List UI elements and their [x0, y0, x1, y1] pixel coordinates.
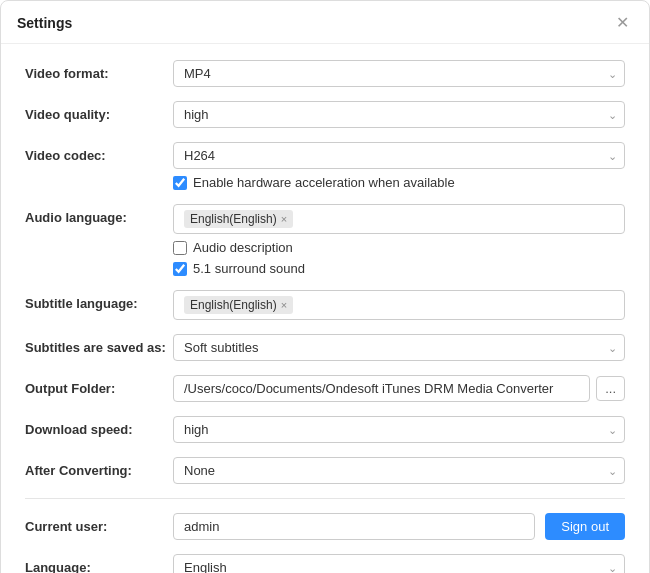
language-label: Language:	[25, 554, 173, 573]
audio-description-checkbox[interactable]	[173, 241, 187, 255]
after-converting-select-wrapper: None Open folder Shutdown ⌄	[173, 457, 625, 484]
subtitle-language-tag-text: English(English)	[190, 298, 277, 312]
output-folder-input[interactable]	[173, 375, 590, 402]
download-speed-select-wrapper: high medium low ⌄	[173, 416, 625, 443]
hardware-accel-row: Enable hardware acceleration when availa…	[173, 175, 625, 190]
video-quality-row: Video quality: high medium low ⌄	[25, 101, 625, 128]
after-converting-row: After Converting: None Open folder Shutd…	[25, 457, 625, 484]
video-quality-select[interactable]: high medium low	[173, 101, 625, 128]
subtitles-saved-as-select[interactable]: Soft subtitles Hard subtitles None	[173, 334, 625, 361]
surround-sound-checkbox[interactable]	[173, 262, 187, 276]
audio-language-tag-remove[interactable]: ×	[281, 213, 287, 225]
surround-sound-row: 5.1 surround sound	[173, 261, 625, 276]
audio-language-label: Audio language:	[25, 204, 173, 225]
subtitle-language-tag-remove[interactable]: ×	[281, 299, 287, 311]
divider	[25, 498, 625, 499]
language-select-wrapper: English Chinese French German Japanese ⌄	[173, 554, 625, 573]
video-format-select[interactable]: MP4 MKV MOV AVI	[173, 60, 625, 87]
output-folder-row: Output Folder: ...	[25, 375, 625, 402]
video-format-row: Video format: MP4 MKV MOV AVI ⌄	[25, 60, 625, 87]
audio-language-tag-text: English(English)	[190, 212, 277, 226]
language-select[interactable]: English Chinese French German Japanese	[173, 554, 625, 573]
subtitle-language-tag: English(English) ×	[184, 296, 293, 314]
video-quality-label: Video quality:	[25, 101, 173, 122]
download-speed-label: Download speed:	[25, 416, 173, 437]
after-converting-select[interactable]: None Open folder Shutdown	[173, 457, 625, 484]
window-title: Settings	[17, 15, 72, 31]
download-speed-row: Download speed: high medium low ⌄	[25, 416, 625, 443]
audio-language-control: English(English) × Audio description 5.1…	[173, 204, 625, 276]
close-button[interactable]: ✕	[612, 13, 633, 33]
language-row: Language: English Chinese French German …	[25, 554, 625, 573]
audio-checkboxes: Audio description 5.1 surround sound	[173, 240, 625, 276]
subtitles-saved-as-row: Subtitles are saved as: Soft subtitles H…	[25, 334, 625, 361]
subtitles-saved-as-control: Soft subtitles Hard subtitles None ⌄	[173, 334, 625, 361]
language-control: English Chinese French German Japanese ⌄	[173, 554, 625, 573]
current-user-control: Sign out	[173, 513, 625, 540]
audio-language-row: Audio language: English(English) × Audio…	[25, 204, 625, 276]
output-folder-input-row: ...	[173, 375, 625, 402]
current-user-label: Current user:	[25, 513, 173, 534]
subtitle-language-label: Subtitle language:	[25, 290, 173, 311]
current-user-input[interactable]	[173, 513, 535, 540]
video-format-label: Video format:	[25, 60, 173, 81]
video-format-control: MP4 MKV MOV AVI ⌄	[173, 60, 625, 87]
subtitle-language-row: Subtitle language: English(English) ×	[25, 290, 625, 320]
settings-window: Settings ✕ Video format: MP4 MKV MOV AVI…	[0, 0, 650, 573]
sign-out-button[interactable]: Sign out	[545, 513, 625, 540]
after-converting-control: None Open folder Shutdown ⌄	[173, 457, 625, 484]
browse-button[interactable]: ...	[596, 376, 625, 401]
subtitles-saved-as-select-wrapper: Soft subtitles Hard subtitles None ⌄	[173, 334, 625, 361]
video-codec-select-wrapper: H264 H265 VP9 ⌄	[173, 142, 625, 169]
video-quality-control: high medium low ⌄	[173, 101, 625, 128]
video-codec-row: Video codec: H264 H265 VP9 ⌄ Enable hard…	[25, 142, 625, 190]
video-codec-control: H264 H265 VP9 ⌄ Enable hardware accelera…	[173, 142, 625, 190]
subtitles-saved-as-label: Subtitles are saved as:	[25, 334, 173, 355]
hardware-accel-checkbox[interactable]	[173, 176, 187, 190]
output-folder-label: Output Folder:	[25, 375, 173, 396]
download-speed-control: high medium low ⌄	[173, 416, 625, 443]
subtitle-language-control: English(English) ×	[173, 290, 625, 320]
video-codec-select[interactable]: H264 H265 VP9	[173, 142, 625, 169]
subtitle-language-tag-input[interactable]: English(English) ×	[173, 290, 625, 320]
audio-description-row: Audio description	[173, 240, 625, 255]
surround-sound-label: 5.1 surround sound	[193, 261, 305, 276]
audio-language-tag: English(English) ×	[184, 210, 293, 228]
video-codec-label: Video codec:	[25, 142, 173, 163]
hardware-accel-label: Enable hardware acceleration when availa…	[193, 175, 455, 190]
current-user-input-row: Sign out	[173, 513, 625, 540]
settings-content: Video format: MP4 MKV MOV AVI ⌄ Video qu…	[1, 44, 649, 573]
video-quality-select-wrapper: high medium low ⌄	[173, 101, 625, 128]
audio-language-tag-input[interactable]: English(English) ×	[173, 204, 625, 234]
after-converting-label: After Converting:	[25, 457, 173, 478]
output-folder-control: ...	[173, 375, 625, 402]
audio-description-label: Audio description	[193, 240, 293, 255]
title-bar: Settings ✕	[1, 1, 649, 44]
video-format-select-wrapper: MP4 MKV MOV AVI ⌄	[173, 60, 625, 87]
download-speed-select[interactable]: high medium low	[173, 416, 625, 443]
current-user-row: Current user: Sign out	[25, 513, 625, 540]
